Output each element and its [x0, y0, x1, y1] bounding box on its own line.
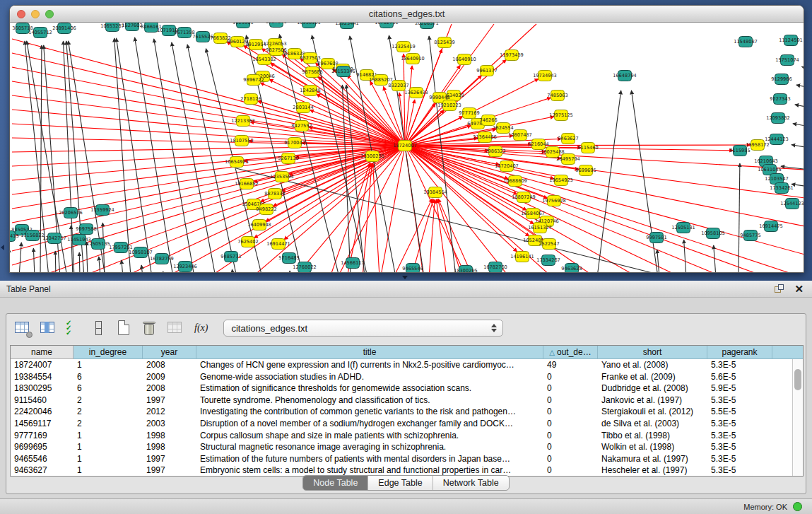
graph-node[interactable]: 7485063 [547, 90, 567, 101]
graph-node[interactable]: 26495794 [556, 154, 580, 165]
column-header-out_de[interactable]: △out_de… [543, 346, 598, 359]
graph-node[interactable]: 8125439 [434, 37, 454, 48]
table-row[interactable]: 946554611997Estimation of the future num… [11, 453, 803, 465]
function-builder-icon[interactable]: f(x) [194, 322, 208, 334]
graph-node[interactable]: 1527602 [122, 23, 142, 31]
graph-node[interactable]: 9485771 [220, 252, 241, 262]
splitter-collapse-arrow-icon[interactable] [402, 276, 408, 279]
graph-node[interactable]: 17334261 [770, 183, 794, 194]
graph-node[interactable]: 12544123 [780, 199, 804, 209]
graph-node[interactable]: 16914475 [759, 221, 783, 232]
graph-node[interactable]: 11548087 [734, 37, 758, 47]
graph-node[interactable]: 7625402 [237, 237, 258, 247]
graph-node[interactable]: 9129966 [771, 74, 792, 85]
graph-node[interactable]: 18300295 [454, 266, 478, 273]
graph-node[interactable]: 19384554 [423, 187, 447, 198]
graph-node[interactable]: 8227341 [266, 23, 286, 28]
graph-node[interactable]: 9227343 [770, 94, 790, 105]
column-header-short[interactable]: short [598, 346, 707, 359]
graph-node[interactable]: 18107553 [230, 136, 254, 146]
graph-node[interactable]: 19756928 [542, 196, 566, 206]
graph-node[interactable]: 21364486 [473, 132, 497, 143]
graph-node[interactable]: 19210223 [437, 100, 461, 111]
table-settings-icon[interactable] [13, 319, 32, 337]
graph-node[interactable]: 16151327 [528, 223, 552, 233]
delete-table-icon[interactable] [166, 319, 184, 337]
new-table-icon[interactable] [115, 319, 134, 337]
column-header-name[interactable]: name [11, 346, 73, 359]
graph-node[interactable]: 16782751 [375, 23, 399, 28]
graph-node[interactable]: 10807487 [508, 130, 532, 141]
graph-node[interactable]: 12213363 [231, 116, 255, 127]
graph-node[interactable]: 8878334 [264, 189, 285, 199]
graph-node[interactable]: 16648794 [613, 71, 637, 81]
graph-node[interactable]: 9463628 [561, 264, 582, 273]
graph-node[interactable]: 746266 [479, 115, 497, 126]
graph-node[interactable]: 13626433 [404, 88, 428, 98]
graph-node[interactable]: 2522547 [539, 239, 559, 250]
graph-node[interactable]: 2718126 [240, 94, 261, 105]
graph-node[interactable]: 16782759 [150, 254, 174, 264]
graph-node[interactable]: 18640910 [401, 54, 425, 64]
graph-node[interactable]: 19734943 [533, 71, 557, 81]
graph-node[interactable]: 5267130 [278, 153, 298, 164]
close-icon[interactable]: ✕ [794, 284, 804, 294]
network-window-titlebar[interactable]: citations_edges.txt [10, 6, 804, 23]
graph-node[interactable]: 10958105 [701, 228, 725, 239]
graph-node[interactable]: 17975125 [549, 110, 573, 121]
column-header-year[interactable]: year [143, 346, 196, 359]
graph-node[interactable]: 9465546 [402, 264, 423, 273]
table-row[interactable]: 1456911722003Disruption of a novel membe… [11, 418, 803, 430]
graph-node[interactable]: 17334267 [536, 255, 560, 266]
graph-node[interactable]: 11124591 [779, 35, 803, 46]
memory-ok-indicator[interactable] [793, 502, 802, 511]
table-row[interactable]: 1830029562008Estimation of significance … [11, 382, 803, 395]
graph-node[interactable]: 5875685 [302, 67, 322, 78]
graph-node[interactable]: 10958101 [297, 23, 321, 28]
graph-node[interactable]: 9699695 [575, 165, 596, 176]
table-row[interactable]: 1938455462009Genome-wide association stu… [11, 371, 803, 383]
graph-node[interactable]: 12505135 [86, 239, 110, 250]
table-row[interactable]: 911546021997Tourette syndrome. Phenomeno… [11, 395, 803, 407]
graph-node[interactable]: 14196141 [510, 252, 534, 262]
column-header-title[interactable]: title [196, 346, 543, 359]
graph-node[interactable]: 14055712 [28, 28, 52, 38]
table-row[interactable]: 969969511998Structural magnetic resonanc… [11, 441, 803, 453]
graph-node[interactable]: 3915413 [10, 231, 19, 242]
graph-node[interactable]: 1242848 [300, 86, 320, 96]
graph-node[interactable]: 9463627 [558, 134, 578, 144]
scrollbar-thumb[interactable] [794, 369, 801, 390]
graph-node[interactable]: 9960129 [227, 37, 247, 47]
graph-node[interactable]: 9997581 [646, 233, 666, 243]
graph-node[interactable]: 9961377 [476, 66, 497, 76]
graph-node[interactable]: 19166852 [235, 179, 259, 189]
graph-node[interactable]: 19654923 [549, 175, 573, 186]
graph-node[interactable]: 15751074 [775, 55, 799, 66]
table-row[interactable]: 1872400712008Changes of HCN gene express… [11, 359, 803, 371]
delete-rows-icon[interactable] [141, 319, 159, 337]
graph-node[interactable]: 9485775 [740, 230, 760, 241]
select-columns-icon[interactable] [39, 319, 57, 337]
graph-node[interactable]: 9896722 [243, 75, 264, 86]
network-canvas[interactable]: 1872400723300235193845547663822996012989… [10, 23, 804, 272]
graph-node[interactable]: 20206576 [59, 208, 83, 218]
graph-node[interactable]: 9115955 [729, 146, 750, 156]
float-window-icon[interactable] [775, 284, 784, 294]
graph-node[interactable]: 2803144 [293, 103, 313, 113]
table-row[interactable]: 977716911998Corpus callosum shape and si… [11, 430, 803, 442]
graph-node[interactable]: 12093832 [766, 113, 790, 124]
graph-node[interactable]: 16640910 [452, 54, 476, 65]
graph-node[interactable]: 20153346 [331, 66, 355, 77]
citation-graph[interactable]: 1872400723300235193845547663822996012989… [10, 23, 804, 272]
column-header-pagerank[interactable]: pagerank [707, 346, 772, 359]
graph-node[interactable]: 9498222 [256, 204, 276, 215]
tab-edge-table[interactable]: Edge Table [368, 476, 433, 490]
graph-node[interactable]: 5716485 [278, 253, 299, 264]
graph-node[interactable]: 12923441 [335, 23, 359, 29]
row-height-icon[interactable] [90, 319, 108, 337]
graph-node[interactable]: 20891406 [52, 23, 76, 34]
graph-node[interactable]: 9671358 [174, 28, 194, 38]
column-header-in_degree[interactable]: in_degree [73, 346, 143, 359]
graph-node[interactable]: 9115460 [577, 143, 598, 153]
table-selector-dropdown[interactable]: citations_edges.txt [223, 320, 503, 337]
